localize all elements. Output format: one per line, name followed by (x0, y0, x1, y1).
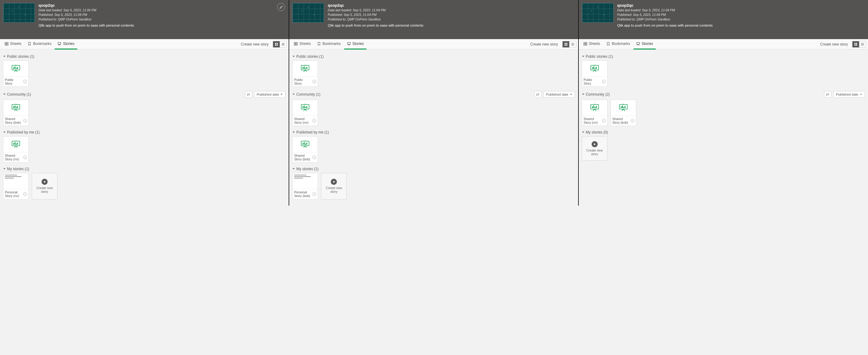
svg-rect-11 (15, 66, 16, 69)
story-preview (582, 61, 607, 77)
story-title: Personal Story (rvr) (5, 190, 22, 198)
story-card[interactable]: Personal Story (bob)i (292, 173, 318, 199)
app-meta-loaded: Data last loaded: Sep 5, 2023, 11:04 PM (617, 8, 713, 12)
section-header[interactable]: My stories (1) (292, 167, 575, 171)
svg-rect-45 (304, 142, 305, 145)
tab-bookmarks[interactable]: Bookmarks (603, 39, 633, 50)
card-grid: Shared Story (rvr)i (3, 136, 285, 162)
svg-rect-58 (592, 67, 593, 69)
section-header[interactable]: Public stories (1) (582, 54, 865, 59)
info-icon[interactable]: i (312, 80, 316, 83)
info-icon[interactable]: i (23, 155, 27, 159)
story-preview (611, 100, 636, 116)
story-preview (3, 100, 28, 116)
create-story-card[interactable]: +Create new story (582, 136, 608, 161)
story-card[interactable]: Shared Story (rvr)i (3, 136, 29, 162)
story-caption: Shared Story (bob)i (611, 116, 636, 125)
svg-rect-37 (307, 67, 308, 69)
sort-direction-button[interactable] (824, 91, 831, 98)
info-icon[interactable]: i (312, 119, 316, 122)
svg-rect-17 (16, 107, 17, 108)
create-story-link[interactable]: Create new story (239, 42, 271, 47)
story-card[interactable]: Shared Story (rvr)i (582, 99, 608, 126)
sort-direction-button[interactable] (534, 91, 541, 98)
app-thumbnail (582, 3, 614, 23)
story-caption: Shared Story (rvr)i (292, 116, 318, 125)
chevron-down-icon (3, 167, 6, 171)
svg-rect-39 (303, 106, 304, 108)
card-grid: Personal Story (bob)i+Create new story (292, 173, 575, 199)
view-list-button[interactable] (569, 41, 576, 47)
view-grid-button[interactable] (273, 41, 280, 47)
section-header[interactable]: Published by me (1) (292, 130, 575, 135)
svg-rect-13 (17, 67, 18, 69)
svg-rect-56 (856, 44, 857, 46)
svg-rect-8 (277, 44, 278, 46)
info-icon[interactable]: i (23, 119, 27, 122)
create-story-link[interactable]: Create new story (528, 42, 560, 47)
svg-rect-53 (854, 43, 856, 44)
section-header[interactable]: Published by me (1) (3, 130, 285, 135)
section-header[interactable]: Public stories (1) (292, 54, 575, 59)
app-meta-loaded: Data last loaded: Sep 5, 2023, 11:04 PM (38, 8, 134, 12)
story-card[interactable]: Shared Story (bob)i (611, 99, 636, 126)
app-description: Qlik app to push from on prem to saas wi… (38, 24, 134, 27)
story-card[interactable]: Public Storyi (292, 60, 318, 87)
tab-sheets[interactable]: Sheets (2, 39, 24, 50)
view-grid-button[interactable] (852, 41, 859, 47)
svg-rect-6 (277, 43, 278, 44)
tab-sheets[interactable]: Sheets (291, 39, 313, 50)
section-header[interactable]: My stories (0) (582, 130, 865, 135)
info-icon[interactable]: i (23, 192, 27, 196)
create-story-card[interactable]: +Create new story (32, 173, 57, 199)
tab-stories[interactable]: Stories (344, 39, 367, 50)
story-card[interactable]: Personal Story (rvr)i (3, 173, 29, 199)
tab-bookmarks[interactable]: Bookmarks (25, 39, 54, 50)
sort-direction-button[interactable] (245, 91, 252, 98)
info-icon[interactable]: i (631, 119, 634, 122)
create-story-card[interactable]: +Create new story (321, 173, 347, 199)
svg-rect-46 (305, 143, 306, 145)
section-header[interactable]: Community (1)Published date (3, 91, 285, 98)
story-card[interactable]: Shared Story (bob)i (3, 99, 29, 126)
info-icon[interactable]: i (23, 80, 27, 83)
view-list-button[interactable] (859, 41, 866, 47)
app-meta: qsop2qcData last loaded: Sep 5, 2023, 11… (38, 3, 134, 36)
tab-stories[interactable]: Stories (633, 39, 656, 50)
view-toggle (273, 41, 287, 48)
create-story-link[interactable]: Create new story (817, 42, 850, 47)
section-header[interactable]: Community (1)Published date (292, 91, 575, 98)
story-caption: Personal Story (rvr)i (3, 189, 28, 199)
edit-app-button[interactable] (277, 3, 285, 11)
story-title: Public Story (5, 78, 22, 85)
section-title: Published by me (1) (7, 130, 40, 135)
svg-rect-21 (15, 142, 16, 145)
story-title: Public Story (584, 78, 601, 85)
info-icon[interactable]: i (312, 192, 316, 196)
view-grid-button[interactable] (563, 41, 569, 47)
info-icon[interactable]: i (602, 119, 606, 122)
sort-field-dropdown[interactable]: Published date (254, 91, 286, 98)
tab-sheets[interactable]: Sheets (581, 39, 603, 50)
story-card[interactable]: Shared Story (bob)i (292, 136, 318, 162)
story-card[interactable]: Public Storyi (582, 60, 608, 87)
info-icon[interactable]: i (312, 155, 316, 159)
svg-rect-51 (586, 44, 587, 45)
story-preview (292, 100, 318, 116)
tab-bookmarks[interactable]: Bookmarks (314, 39, 344, 50)
info-icon[interactable]: i (602, 80, 606, 83)
view-list-button[interactable] (280, 41, 286, 47)
section-header[interactable]: Community (2)Published date (582, 91, 865, 98)
story-card[interactable]: Public Storyi (3, 60, 29, 87)
story-card[interactable]: Shared Story (rvr)i (292, 99, 318, 126)
svg-rect-23 (17, 143, 18, 145)
chevron-down-icon (292, 54, 295, 59)
section-header[interactable]: Public stories (1) (3, 54, 285, 59)
tab-stories[interactable]: Stories (55, 39, 77, 50)
section-header[interactable]: My stories (1) (3, 167, 285, 171)
create-story-card-label: Create new story (583, 148, 606, 156)
sort-field-dropdown[interactable]: Published date (833, 91, 865, 98)
chevron-down-icon (582, 130, 585, 135)
sort-field-dropdown[interactable]: Published date (543, 91, 575, 98)
svg-rect-22 (16, 143, 17, 145)
